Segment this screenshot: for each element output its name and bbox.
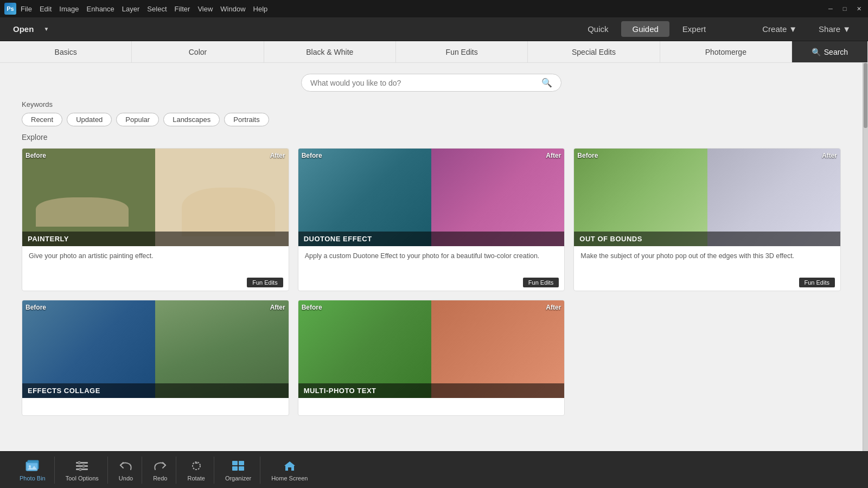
svg-rect-14 — [239, 466, 244, 471]
svg-rect-12 — [239, 461, 244, 465]
collage-description — [22, 398, 289, 409]
open-dropdown-button[interactable]: ▼ — [42, 25, 50, 33]
tool-options-icon — [75, 459, 89, 473]
expert-mode-button[interactable]: Expert — [672, 21, 717, 37]
duotone-tag: Fun Edits — [523, 278, 559, 287]
card-outofbounds-image: Before After OUT OF BOUNDS — [574, 149, 840, 246]
card-outofbounds[interactable]: Before After OUT OF BOUNDS Make the subj… — [573, 148, 841, 291]
home-screen-button[interactable]: Home Screen — [263, 457, 316, 484]
menu-edit[interactable]: Edit — [40, 5, 52, 13]
painterly-before-label: Before — [25, 152, 46, 159]
multiphoto-before-label: Before — [302, 304, 322, 311]
title-bar-menu: File Edit Image Enhance Layer Select Fil… — [21, 5, 267, 13]
outofbounds-description: Make the subject of your photo pop out o… — [574, 246, 840, 274]
card-collage[interactable]: Before After EFFECTS COLLAGE — [22, 300, 289, 416]
quick-mode-button[interactable]: Quick — [577, 21, 619, 37]
photo-bin-icon — [25, 459, 40, 473]
tab-special-edits[interactable]: Special Edits — [528, 41, 660, 62]
duotone-description: Apply a custom Duotone Effect to your ph… — [298, 246, 565, 274]
main-content: 🔍 Keywords Recent Updated Popular Landsc… — [0, 63, 863, 451]
search-input[interactable] — [310, 79, 537, 87]
pill-portraits[interactable]: Portraits — [224, 113, 269, 126]
painterly-footer: Fun Edits — [22, 274, 289, 291]
undo-label: Undo — [119, 475, 133, 481]
painterly-tag: Fun Edits — [247, 278, 283, 287]
card-duotone-image: Before After DUOTONE EFFECT — [298, 149, 565, 246]
close-button[interactable]: ✕ — [854, 4, 864, 14]
redo-icon — [153, 459, 167, 473]
menu-enhance[interactable]: Enhance — [87, 5, 114, 13]
top-toolbar: Open ▼ Quick Guided Expert Create ▼ Shar… — [0, 17, 868, 41]
menu-layer[interactable]: Layer — [122, 5, 140, 13]
share-button[interactable]: Share ▼ — [810, 21, 859, 37]
photo-bin-label: Photo Bin — [20, 475, 46, 481]
minimize-button[interactable]: ─ — [826, 4, 835, 14]
open-button[interactable]: Open — [9, 22, 38, 36]
home-screen-label: Home Screen — [271, 475, 308, 481]
title-bar: Ps File Edit Image Enhance Layer Select … — [0, 0, 868, 17]
mode-buttons: Quick Guided Expert — [577, 21, 717, 37]
menu-image[interactable]: Image — [59, 5, 79, 13]
pill-updated[interactable]: Updated — [67, 113, 112, 126]
outofbounds-before-label: Before — [577, 152, 598, 159]
svg-rect-11 — [232, 461, 238, 465]
tool-options-button[interactable]: Tool Options — [57, 457, 108, 484]
collage-footer — [22, 409, 289, 415]
menu-select[interactable]: Select — [147, 5, 167, 13]
search-bar: 🔍 — [301, 74, 561, 92]
undo-button[interactable]: Undo — [110, 457, 142, 484]
rotate-button[interactable]: Rotate — [178, 457, 214, 484]
tab-black-white[interactable]: Black & White — [264, 41, 396, 62]
menu-file[interactable]: File — [21, 5, 32, 13]
svg-rect-13 — [232, 466, 238, 471]
organizer-button[interactable]: Organizer — [216, 457, 260, 484]
tab-photomerge[interactable]: Photomerge — [660, 41, 792, 62]
card-multiphoto[interactable]: Before After MULTI-PHOTO TEXT — [298, 300, 565, 416]
pill-popular[interactable]: Popular — [116, 113, 159, 126]
menu-window[interactable]: Window — [220, 5, 245, 13]
nav-tabs: Basics Color Black & White Fun Edits Spe… — [0, 41, 868, 63]
home-icon — [283, 459, 297, 473]
svg-point-9 — [79, 468, 82, 471]
share-label: Share — [819, 24, 840, 34]
guided-mode-button[interactable]: Guided — [621, 21, 669, 37]
keywords-label: Keywords — [22, 100, 841, 108]
redo-button[interactable]: Redo — [144, 457, 176, 484]
maximize-button[interactable]: □ — [840, 4, 850, 14]
tab-color[interactable]: Color — [132, 41, 264, 62]
menu-filter[interactable]: Filter — [175, 5, 190, 13]
tab-search[interactable]: 🔍 Search — [792, 41, 868, 62]
menu-view[interactable]: View — [197, 5, 213, 13]
tab-fun-edits[interactable]: Fun Edits — [396, 41, 528, 62]
card-painterly[interactable]: Before After PAINTERLY Give your photo a… — [22, 148, 289, 291]
scrollbar[interactable] — [863, 63, 868, 451]
tab-basics[interactable]: Basics — [0, 41, 132, 62]
multiphoto-description — [298, 398, 565, 409]
menu-help[interactable]: Help — [253, 5, 268, 13]
content-area: 🔍 Keywords Recent Updated Popular Landsc… — [0, 63, 868, 451]
collage-before-label: Before — [25, 304, 46, 311]
keywords-pills: Recent Updated Popular Landscapes Portra… — [22, 113, 841, 126]
window-controls: ─ □ ✕ — [826, 4, 864, 14]
card-painterly-image: Before After PAINTERLY — [22, 149, 289, 246]
pill-recent[interactable]: Recent — [22, 113, 62, 126]
multiphoto-footer — [298, 409, 565, 415]
painterly-after-label: After — [270, 152, 285, 159]
organizer-icon — [231, 459, 245, 473]
duotone-footer: Fun Edits — [298, 274, 565, 291]
photo-bin-button[interactable]: Photo Bin — [11, 457, 55, 484]
undo-icon — [119, 459, 133, 473]
cards-grid: Before After PAINTERLY Give your photo a… — [22, 148, 841, 416]
pill-landscapes[interactable]: Landscapes — [163, 113, 220, 126]
outofbounds-after-label: After — [822, 152, 837, 159]
outofbounds-title: OUT OF BOUNDS — [574, 232, 840, 246]
right-buttons: Create ▼ Share ▼ — [754, 21, 859, 37]
create-label: Create — [762, 24, 787, 34]
card-collage-image: Before After EFFECTS COLLAGE — [22, 300, 289, 398]
scroll-thumb — [864, 63, 867, 128]
create-button[interactable]: Create ▼ — [754, 21, 806, 37]
card-duotone[interactable]: Before After DUOTONE EFFECT Apply a cust… — [298, 148, 565, 291]
svg-point-7 — [78, 461, 81, 464]
outofbounds-footer: Fun Edits — [574, 274, 840, 291]
collage-title: EFFECTS COLLAGE — [22, 383, 289, 398]
